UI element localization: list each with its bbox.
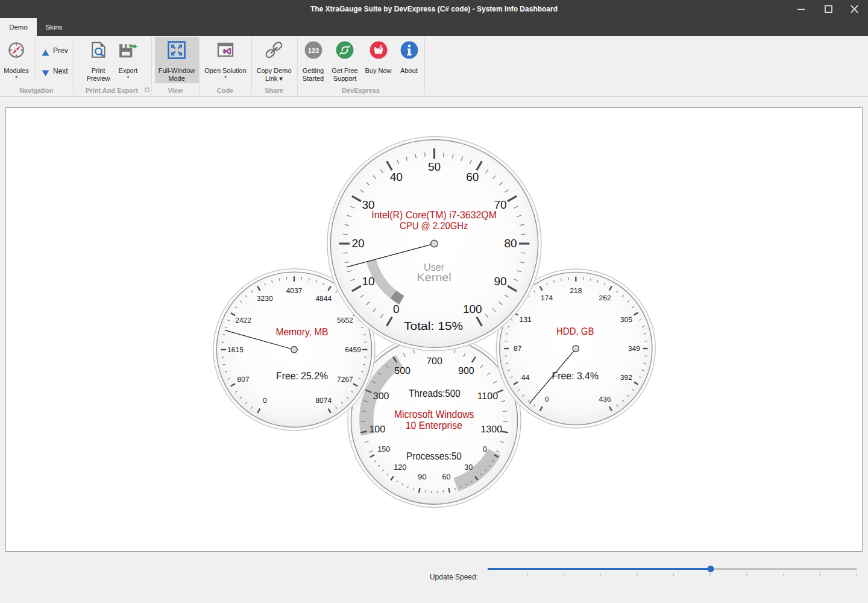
svg-text:100: 100: [369, 425, 385, 435]
svg-text:0: 0: [393, 303, 400, 316]
svg-text:349: 349: [628, 344, 640, 353]
svg-text:20: 20: [351, 238, 364, 250]
svg-text:262: 262: [599, 294, 611, 302]
svg-text:87: 87: [514, 344, 522, 353]
svg-text:500: 500: [394, 366, 410, 376]
svg-text:7267: 7267: [337, 375, 353, 384]
svg-text:Total: 15%: Total: 15%: [404, 320, 463, 333]
svg-text:HDD, GB: HDD, GB: [556, 326, 594, 337]
svg-text:0: 0: [483, 445, 487, 453]
svg-text:150: 150: [377, 445, 390, 453]
svg-text:218: 218: [570, 286, 582, 295]
svg-text:Microsoft Windows: Microsoft Windows: [394, 408, 474, 420]
svg-text:30: 30: [464, 463, 473, 472]
svg-text:1615: 1615: [227, 346, 244, 354]
svg-text:40: 40: [390, 171, 403, 184]
svg-text:131: 131: [520, 315, 532, 324]
svg-text:Processes:50: Processes:50: [406, 450, 462, 462]
svg-text:CPU @ 2.20GHz: CPU @ 2.20GHz: [400, 220, 468, 232]
svg-text:50: 50: [428, 161, 441, 174]
svg-text:Threads:500: Threads:500: [409, 388, 461, 399]
svg-text:Free: 3.4%: Free: 3.4%: [552, 370, 599, 382]
svg-text:60: 60: [466, 171, 479, 184]
svg-text:Kernel: Kernel: [417, 271, 451, 283]
svg-text:4037: 4037: [286, 286, 303, 295]
svg-text:Intel(R) Core(TM) i7-3632QM: Intel(R) Core(TM) i7-3632QM: [371, 209, 497, 221]
svg-text:80: 80: [504, 238, 517, 250]
svg-text:Free: 25.2%: Free: 25.2%: [276, 370, 328, 382]
svg-text:2422: 2422: [235, 316, 251, 324]
svg-text:3230: 3230: [257, 294, 273, 303]
svg-text:700: 700: [426, 356, 442, 367]
svg-text:1100: 1100: [477, 391, 498, 402]
svg-text:436: 436: [599, 395, 611, 403]
svg-text:10 Enterprise: 10 Enterprise: [406, 420, 462, 431]
svg-text:100: 100: [463, 303, 482, 316]
svg-text:6459: 6459: [345, 346, 361, 354]
svg-text:44: 44: [521, 373, 530, 382]
svg-text:90: 90: [418, 473, 426, 481]
svg-text:0: 0: [263, 396, 267, 405]
svg-text:120: 120: [394, 463, 406, 472]
svg-text:10: 10: [362, 276, 374, 288]
svg-text:5652: 5652: [337, 316, 353, 324]
svg-text:4844: 4844: [315, 294, 332, 303]
svg-text:174: 174: [541, 294, 553, 302]
svg-text:Memory, MB: Memory, MB: [276, 326, 329, 338]
svg-text:0: 0: [545, 395, 549, 403]
svg-text:900: 900: [458, 366, 474, 376]
svg-text:60: 60: [442, 473, 451, 481]
svg-text:8074: 8074: [315, 396, 332, 405]
svg-text:305: 305: [620, 315, 632, 324]
svg-text:1300: 1300: [480, 425, 502, 435]
svg-text:300: 300: [373, 391, 389, 402]
svg-text:90: 90: [494, 276, 506, 288]
svg-text:807: 807: [237, 375, 250, 384]
svg-text:392: 392: [620, 373, 632, 382]
